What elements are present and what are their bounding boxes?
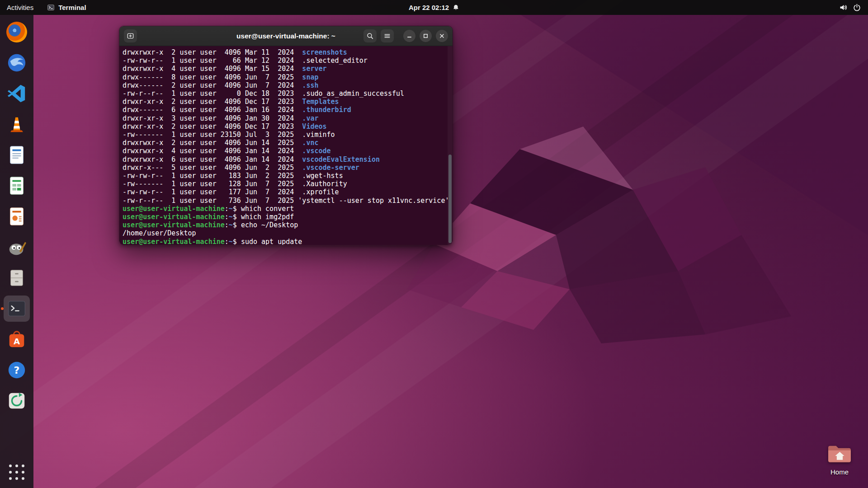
terminal-prompt-line: user@user-virtual-machine:~$ which img2p… [123, 213, 453, 221]
dock-item-impress[interactable] [4, 203, 30, 230]
terminal-listing-line: -rw-rw-r-- 1 user user 66 Mar 12 2024 .s… [123, 56, 453, 65]
terminal-listing-line: drwxrwxr-x 2 user user 4096 Mar 11 2024 … [123, 48, 453, 56]
show-applications-button[interactable] [4, 459, 30, 485]
terminal-listing-line: drwxrwxr-x 6 user user 4096 Jan 14 2024 … [123, 155, 453, 164]
dock-item-updater[interactable] [4, 388, 30, 414]
close-button[interactable] [436, 30, 448, 42]
terminal-prompt-line: user@user-virtual-machine:~$ sudo apt up… [123, 238, 453, 245]
app-menu-button[interactable]: Terminal [40, 0, 93, 15]
terminal-listing-line: -rw-rw-r-- 1 user user 177 Jun 7 2024 .x… [123, 188, 453, 196]
dock-item-firefox[interactable] [4, 19, 30, 45]
terminal-output-line: /home/user/Desktop [123, 229, 453, 237]
volume-icon [840, 4, 847, 11]
writer-icon [6, 145, 27, 165]
dock-item-software[interactable]: A [4, 326, 30, 352]
search-button[interactable] [363, 29, 377, 42]
terminal-listing-line: -rw-r--r-- 1 user user 0 Dec 18 2023 .su… [123, 89, 453, 98]
dock-item-thunderbird[interactable] [4, 50, 30, 76]
activities-button[interactable]: Activities [0, 0, 40, 15]
new-tab-button[interactable] [124, 29, 137, 42]
terminal-listing-line: drwxrwxr-x 2 user user 4096 Jun 14 2025 … [123, 139, 453, 147]
dock-item-gimp[interactable] [4, 234, 30, 260]
thunderbird-icon [6, 52, 27, 73]
maximize-button[interactable] [420, 30, 432, 42]
terminal-scrollbar[interactable] [448, 46, 453, 245]
firefox-icon [6, 22, 27, 42]
terminal-listing-line: drwxr-xr-x 2 user user 4096 Dec 17 2023 … [123, 98, 453, 106]
close-icon [438, 32, 446, 40]
home-folder-icon [827, 444, 853, 466]
terminal-listing-line: drwxr-xr-x 3 user user 4096 Jan 30 2024 … [123, 114, 453, 122]
files-icon [6, 267, 27, 288]
search-icon [366, 32, 374, 40]
terminal-listing-line: drwxr-x--- 5 user user 4096 Jun 2 2025 .… [123, 164, 453, 172]
dock-item-terminal[interactable] [4, 296, 30, 322]
maximize-icon [422, 32, 429, 40]
terminal-listing-line: drwxrwxr-x 4 user user 4096 Jan 14 2024 … [123, 147, 453, 155]
terminal-listing-line: -rw-rw-r-- 1 user user 183 Jun 2 2025 .w… [123, 172, 453, 180]
svg-text:?: ? [14, 365, 20, 376]
new-tab-icon [127, 32, 134, 40]
vscode-icon [6, 83, 27, 104]
dock-items: A? [4, 19, 30, 414]
desktop: Activities Terminal Apr 22 02:12 [0, 0, 868, 488]
dock-item-calc[interactable] [4, 173, 30, 199]
terminal-content[interactable]: drwxrwxr-x 2 user user 4096 Mar 11 2024 … [119, 46, 453, 245]
terminal-listing-line: drwx------ 6 user user 4096 Jan 16 2024 … [123, 106, 453, 114]
notification-bell-icon [453, 4, 459, 11]
menu-button[interactable] [381, 29, 394, 42]
minimize-icon [406, 32, 413, 40]
terminal-listing-line: drwx------ 8 user user 4096 Jun 7 2025 s… [123, 73, 453, 81]
minimize-button[interactable] [403, 30, 415, 42]
terminal-listing-line: -rw-r--r-- 1 user user 736 Jun 7 2025 'y… [123, 197, 453, 205]
terminal-icon [6, 298, 27, 319]
dock: A? [0, 15, 33, 488]
terminal-headerbar[interactable]: user@user-virtual-machine: ~ [119, 26, 453, 46]
terminal-lines: drwxrwxr-x 2 user user 4096 Mar 11 2024 … [123, 48, 453, 245]
svg-text:A: A [14, 337, 20, 346]
gimp-icon [6, 237, 27, 258]
window-title: user@user-virtual-machine: ~ [236, 32, 335, 40]
software-icon: A [6, 329, 27, 350]
impress-icon [6, 206, 27, 227]
vlc-icon [6, 114, 27, 135]
dock-item-writer[interactable] [4, 142, 30, 168]
terminal-listing-line: drwxr-xr-x 2 user user 4096 Dec 17 2023 … [123, 122, 453, 131]
updater-icon [6, 390, 27, 411]
power-icon [853, 4, 861, 11]
clock-button[interactable]: Apr 22 02:12 [402, 0, 466, 15]
clock-label: Apr 22 02:12 [409, 4, 449, 11]
menu-icon [383, 32, 391, 40]
terminal-app-icon [47, 4, 55, 11]
terminal-prompt-line: user@user-virtual-machine:~$ echo ~/Desk… [123, 221, 453, 229]
home-icon-label: Home [830, 468, 849, 476]
scrollbar-thumb[interactable] [448, 155, 452, 243]
terminal-listing-line: -rw------- 1 user user 128 Jun 7 2025 .X… [123, 180, 453, 188]
terminal-listing-line: drwx------ 2 user user 4096 Jun 7 2024 .… [123, 81, 453, 89]
dock-item-vlc[interactable] [4, 111, 30, 137]
app-menu-label: Terminal [58, 4, 86, 11]
dock-item-vscode[interactable] [4, 80, 30, 107]
dock-item-files[interactable] [4, 265, 30, 291]
dock-item-help[interactable]: ? [4, 357, 30, 383]
terminal-prompt-line: user@user-virtual-machine:~$ which conve… [123, 205, 453, 213]
terminal-window: user@user-virtual-machine: ~ [119, 26, 453, 245]
calc-icon [6, 175, 27, 196]
help-icon: ? [6, 360, 27, 380]
terminal-listing-line: drwxrwxr-x 4 user user 4096 Mar 15 2024 … [123, 65, 453, 73]
desktop-icon-home[interactable]: Home [821, 444, 858, 476]
system-status-menu[interactable] [832, 0, 868, 15]
top-bar: Activities Terminal Apr 22 02:12 [0, 0, 868, 15]
terminal-listing-line: -rw------- 1 user user 23150 Jul 3 2025 … [123, 131, 453, 139]
